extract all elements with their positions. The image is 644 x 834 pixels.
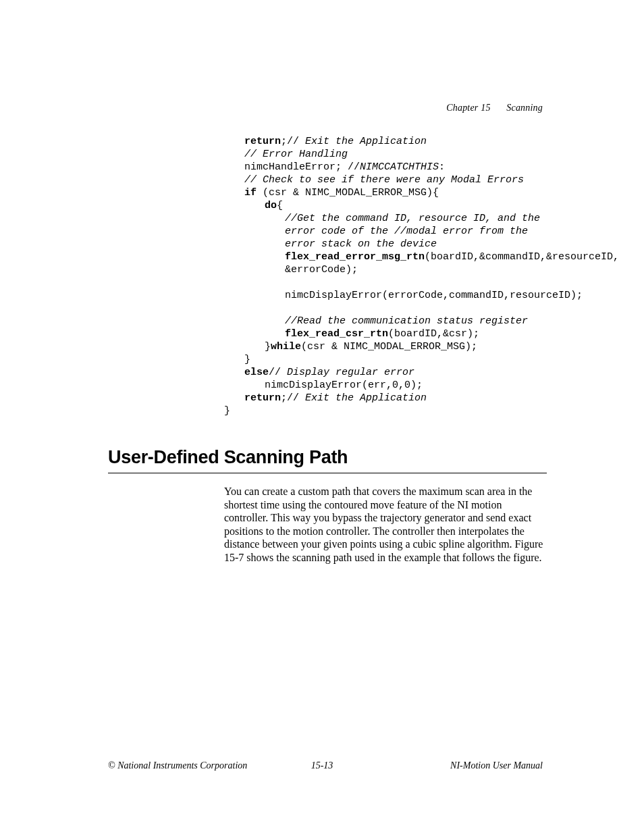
code-line: //Read the communication status register bbox=[224, 315, 545, 328]
code-line: //Get the command ID, resource ID, and t… bbox=[224, 212, 545, 251]
code-blank-line bbox=[224, 276, 545, 289]
code-line: if (csr & NIMC_MODAL_ERROR_MSG){ bbox=[224, 186, 545, 199]
section-heading: User-Defined Scanning Path bbox=[108, 447, 348, 468]
code-line: return;// Exit the Application bbox=[224, 392, 545, 405]
code-line: }while(csr & NIMC_MODAL_ERROR_MSG); bbox=[224, 340, 545, 353]
heading-rule bbox=[108, 473, 547, 473]
header-chapter: Chapter 15 bbox=[446, 103, 490, 113]
code-line: flex_read_error_msg_rtn(boardID,&command… bbox=[224, 251, 545, 276]
page-header: Chapter 15 Scanning bbox=[446, 103, 543, 113]
code-line: flex_read_csr_rtn(boardID,&csr); bbox=[224, 328, 545, 340]
code-line: do{ bbox=[224, 199, 545, 212]
code-line: // Check to see if there were any Modal … bbox=[224, 174, 545, 186]
code-line: } bbox=[224, 353, 545, 366]
code-line: nimcHandleError; //NIMCCATCHTHIS: bbox=[224, 161, 545, 174]
code-line: return;// Exit the Application bbox=[224, 135, 545, 148]
body-paragraph: You can create a custom path that covers… bbox=[224, 485, 547, 564]
header-title: Scanning bbox=[506, 103, 543, 113]
code-line: else// Display regular error bbox=[224, 366, 545, 379]
page: Chapter 15 Scanning return;// Exit the A… bbox=[0, 0, 644, 834]
footer-page-number: 15-13 bbox=[0, 760, 644, 771]
code-listing: return;// Exit the Application// Error H… bbox=[224, 135, 545, 417]
code-blank-line bbox=[224, 302, 545, 315]
code-line: // Error Handling bbox=[224, 148, 545, 161]
footer-manual-title: NI-Motion User Manual bbox=[450, 760, 543, 771]
code-line: } bbox=[224, 405, 230, 417]
code-line: nimcDisplayError(errorCode,commandID,res… bbox=[224, 289, 545, 302]
code-line: nimcDisplayError(err,0,0); bbox=[224, 379, 545, 392]
